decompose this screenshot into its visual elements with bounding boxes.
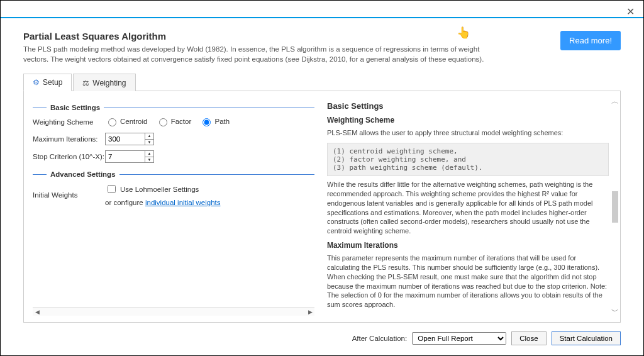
stop-criterion-input[interactable] (106, 151, 145, 162)
lohmoeller-checkbox-row: Use Lohmoeller Settings (105, 183, 220, 195)
advanced-settings-header: Advanced Settings (33, 170, 314, 178)
max-iterations-input[interactable] (106, 133, 145, 145)
tab-label: Weighting (92, 79, 126, 87)
lohmoeller-label: Use Lohmoeller Settings (120, 186, 199, 193)
gear-icon: ⚙ (33, 78, 40, 87)
info-basic-heading: Basic Settings (327, 101, 609, 111)
spinner-arrows[interactable]: ▲▼ (145, 133, 153, 145)
stop-criterion-row: Stop Criterion (10^-X): ▲▼ (33, 150, 314, 163)
tab-label: Setup (43, 78, 62, 87)
info-panel: Basic Settings Weighting Scheme PLS-SEM … (322, 91, 620, 322)
tab-weighting[interactable]: ⚖ Weighting (73, 74, 135, 91)
spinner-arrows[interactable]: ▲▼ (145, 151, 153, 162)
close-icon[interactable]: ✕ (626, 7, 635, 17)
after-calculation-label: After Calculation: (352, 335, 408, 342)
chevron-down-icon[interactable]: ▼ (145, 140, 153, 145)
weighting-scheme-label: Weighting Scheme (33, 118, 105, 126)
after-calculation-select[interactable]: Open Full Report (412, 332, 506, 345)
tab-bar: ⚙ Setup ⚖ Weighting (23, 73, 621, 91)
scroll-left-icon[interactable]: ◀ (33, 309, 42, 315)
scroll-thumb[interactable] (612, 191, 618, 223)
chevron-up-icon[interactable]: ▲ (145, 151, 153, 157)
max-iterations-label: Maximum Iterations: (33, 135, 105, 143)
dialog-window: ✕ 👆 Partial Least Squares Algorithm The … (0, 0, 644, 356)
max-iterations-row: Maximum Iterations: ▲▼ (33, 133, 314, 145)
max-iterations-spinner[interactable]: ▲▼ (105, 133, 154, 145)
lohmoeller-checkbox[interactable] (108, 185, 116, 193)
initial-weights-row: Initial Weights Use Lohmoeller Settings … (33, 183, 314, 206)
weighting-scheme-radios: Centroid Factor Path (105, 116, 236, 128)
configure-weights-text: or configure individual initial weights (105, 199, 220, 206)
radio-centroid[interactable]: Centroid (105, 116, 147, 126)
vertical-scrollbar[interactable]: ︿ ﹀ (611, 96, 619, 317)
chevron-up-icon[interactable]: ▲ (145, 133, 153, 140)
close-button[interactable]: Close (511, 331, 546, 345)
scroll-right-icon[interactable]: ▶ (306, 309, 314, 315)
info-ws-intro: PLS-SEM allows the user to apply three s… (327, 128, 609, 138)
chevron-up-icon[interactable]: ︿ (611, 96, 619, 107)
header: Partial Least Squares Algorithm The PLS … (1, 18, 643, 73)
radio-factor[interactable]: Factor (156, 116, 192, 126)
individual-weights-link[interactable]: individual initial weights (145, 199, 221, 206)
read-more-button[interactable]: Read more! (560, 31, 621, 50)
info-mi-heading: Maximum Iterations (327, 241, 609, 250)
info-ws-code: (1) centroid weighting scheme, (2) facto… (327, 143, 609, 176)
content-area: Basic Settings Weighting Scheme Centroid… (23, 91, 621, 323)
footer-bar: After Calculation: Open Full Report Clos… (1, 323, 643, 355)
settings-panel: Basic Settings Weighting Scheme Centroid… (24, 91, 322, 322)
weighting-icon: ⚖ (82, 79, 89, 87)
title-bar: ✕ (1, 1, 643, 18)
info-ws-body: While the results differ little for the … (327, 180, 609, 236)
info-mi-body: This parameter represents the maximum nu… (327, 253, 609, 309)
weighting-scheme-row: Weighting Scheme Centroid Factor Path (33, 116, 314, 128)
page-title: Partial Least Squares Algorithm (23, 31, 501, 42)
info-ws-heading: Weighting Scheme (327, 116, 609, 125)
start-calculation-button[interactable]: Start Calculation (552, 331, 621, 345)
stop-criterion-spinner[interactable]: ▲▼ (105, 150, 154, 163)
tab-setup[interactable]: ⚙ Setup (23, 74, 72, 91)
chevron-down-icon[interactable]: ▼ (145, 157, 153, 163)
page-description: The PLS path modeling method was develop… (23, 44, 501, 64)
horizontal-scrollbar[interactable]: ◀ ▶ (33, 307, 314, 316)
initial-weights-label: Initial Weights (33, 191, 105, 199)
chevron-down-icon[interactable]: ﹀ (611, 306, 619, 317)
radio-path[interactable]: Path (199, 116, 230, 126)
basic-settings-header: Basic Settings (33, 104, 314, 111)
header-text: Partial Least Squares Algorithm The PLS … (23, 31, 501, 64)
stop-criterion-label: Stop Criterion (10^-X): (33, 153, 105, 160)
